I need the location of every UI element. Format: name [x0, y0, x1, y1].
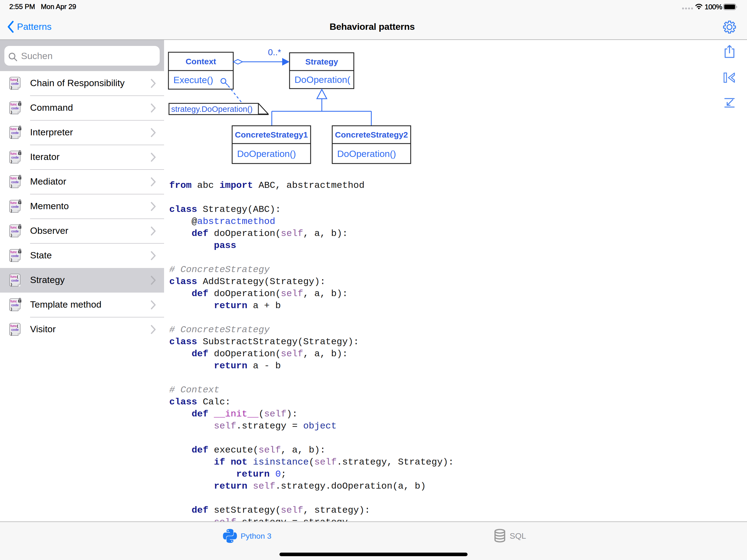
- svg-text:code: code: [11, 279, 19, 282]
- svg-text:ConcreteStrategy2: ConcreteStrategy2: [335, 130, 408, 139]
- svg-text:{: {: [17, 78, 18, 82]
- svg-text:code: code: [11, 254, 19, 258]
- svg-text:}: }: [11, 184, 12, 188]
- svg-text:}: }: [11, 258, 12, 262]
- svg-text:func: func: [10, 324, 17, 328]
- svg-text:}: }: [11, 331, 12, 335]
- svg-text:code: code: [11, 328, 19, 332]
- svg-text:Context: Context: [186, 57, 216, 66]
- svg-text:}: }: [11, 159, 12, 163]
- svg-text:DoOperation(): DoOperation(): [337, 149, 396, 159]
- svg-text:code: code: [11, 229, 19, 233]
- svg-text:code: code: [11, 156, 19, 159]
- svg-text:func: func: [10, 226, 17, 229]
- svg-text:func: func: [10, 201, 17, 205]
- svg-text:Strategy: Strategy: [305, 57, 338, 66]
- svg-text:func: func: [10, 176, 17, 180]
- svg-text:func: func: [10, 127, 17, 131]
- svg-text:0..*: 0..*: [268, 47, 281, 57]
- svg-text:func: func: [10, 103, 17, 106]
- svg-text:}: }: [11, 208, 12, 212]
- svg-text:{: {: [17, 324, 18, 328]
- svg-text:}: }: [11, 233, 12, 237]
- svg-text:code: code: [11, 180, 19, 184]
- svg-text:}: }: [11, 110, 12, 114]
- svg-text:code: code: [11, 82, 19, 85]
- svg-text:code: code: [11, 131, 19, 135]
- svg-text:DoOperation(): DoOperation(): [237, 149, 296, 159]
- svg-text:DoOperation(: DoOperation(: [294, 74, 351, 85]
- svg-text:}: }: [11, 85, 12, 90]
- svg-text:{: {: [17, 275, 18, 279]
- svg-text:func: func: [10, 78, 17, 82]
- svg-text:ConcreteStrategy1: ConcreteStrategy1: [235, 130, 308, 139]
- svg-text:func: func: [10, 250, 17, 254]
- svg-text:}: }: [11, 134, 12, 138]
- svg-text:func: func: [10, 275, 17, 279]
- svg-text:code: code: [11, 303, 19, 307]
- svg-text:code: code: [11, 205, 19, 209]
- svg-text:Execute(): Execute(): [173, 75, 213, 85]
- svg-text:}: }: [11, 307, 12, 311]
- svg-text:code: code: [11, 106, 19, 110]
- svg-text:func: func: [10, 152, 17, 156]
- svg-text:}: }: [11, 282, 12, 286]
- svg-text:strategy.DoOperation(): strategy.DoOperation(): [171, 104, 253, 113]
- svg-text:func: func: [10, 299, 17, 303]
